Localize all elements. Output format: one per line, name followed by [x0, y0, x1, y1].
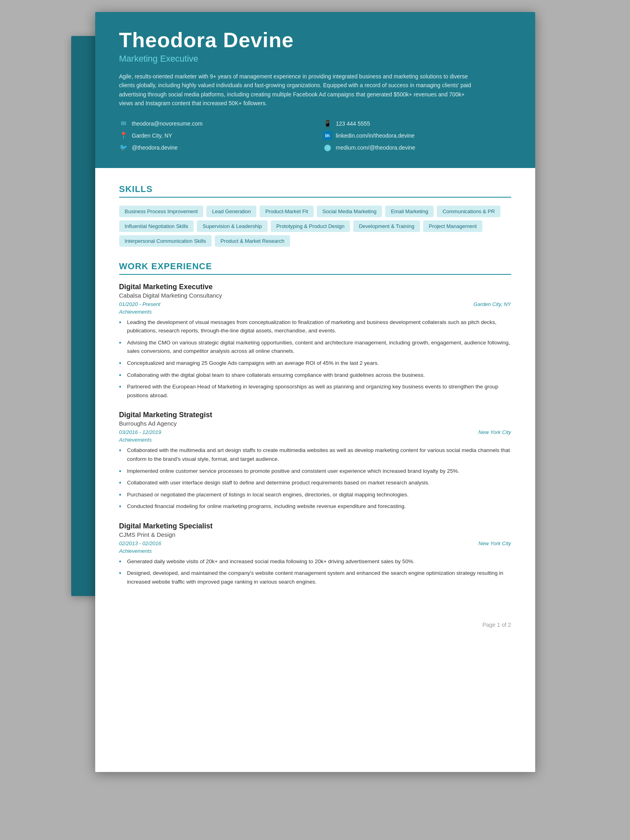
skill-lead-gen: Lead Generation: [206, 206, 256, 217]
phone-text: 123 444 5555: [336, 120, 370, 127]
candidate-title: Marketing Executive: [119, 54, 511, 64]
skill-prototyping: Prototyping & Product Design: [271, 220, 350, 232]
contact-location: 📍 Garden City, NY: [119, 131, 307, 140]
skill-business-process: Business Process Improvement: [119, 206, 204, 217]
job-2-bullet-1: Collaborated with the multimedia and art…: [119, 446, 511, 463]
job-1-title: Digital Marketing Executive: [119, 283, 511, 291]
resume-header: Theodora Devine Marketing Executive Agil…: [95, 12, 535, 168]
job-2-bullet-5: Conducted financial modeling for online …: [119, 502, 511, 511]
job-2-bullets: Collaborated with the multimedia and art…: [119, 446, 511, 511]
skill-product-market-fit: Product-Market Fit: [260, 206, 314, 217]
job-2-title: Digital Marketing Strategist: [119, 411, 511, 419]
job-entry-3: Digital Marketing Specialist CJMS Print …: [119, 522, 511, 586]
job-entry-2: Digital Marketing Strategist Burroughs A…: [119, 411, 511, 511]
skill-email-marketing: Email Marketing: [385, 206, 434, 217]
job-1-achievements-label: Achievements: [119, 309, 511, 315]
job-2-company: Burroughs Ad Agency: [119, 420, 511, 427]
work-title: WORK EXPERIENCE: [119, 261, 511, 275]
contact-email: ✉ theodora@novoresume.com: [119, 119, 307, 128]
job-3-bullets: Generated daily website visits of 20k+ a…: [119, 557, 511, 586]
email-text: theodora@novoresume.com: [132, 120, 203, 127]
job-1-bullet-1: Leading the development of visual messag…: [119, 318, 511, 335]
location-text: Garden City, NY: [132, 132, 172, 139]
job-3-title: Digital Marketing Specialist: [119, 522, 511, 530]
page-1-number: Page 1 of 2: [95, 614, 535, 640]
skills-section: SKILLS Business Process Improvement Lead…: [119, 184, 511, 247]
job-1-bullet-4: Collaborating with the digital global te…: [119, 371, 511, 380]
twitter-text: @theodora.devine: [132, 144, 178, 151]
candidate-name: Theodora Devine: [119, 28, 511, 52]
skill-supervision: Supervision & Leadership: [197, 220, 267, 232]
medium-text: medium.com/@theodora.devine: [336, 144, 416, 151]
job-3-dates: 02/2013 - 02/2016: [119, 540, 162, 546]
page-number-text: Page 1 of 2: [482, 622, 511, 628]
skills-grid: Business Process Improvement Lead Genera…: [119, 206, 511, 247]
job-3-bullet-2: Designed, developed, and maintained the …: [119, 569, 511, 586]
job-entry-1: Digital Marketing Executive Cabalsa Digi…: [119, 283, 511, 400]
job-2-bullet-3: Collaborated with user interface design …: [119, 478, 511, 487]
skill-market-research: Product & Market Research: [215, 235, 290, 247]
job-2-bullet-4: Purchased or negotiated the placement of…: [119, 490, 511, 499]
contact-medium: ⬤ medium.com/@theodora.devine: [323, 143, 511, 152]
job-3-location: New York City: [478, 540, 511, 546]
job-2-meta: 03/2016 - 12/2019 New York City: [119, 429, 511, 435]
skill-comms-pr: Communications & PR: [437, 206, 500, 217]
main-content: SKILLS Business Process Improvement Lead…: [95, 168, 535, 614]
work-experience-section: WORK EXPERIENCE Digital Marketing Execut…: [119, 261, 511, 586]
job-1-bullets: Leading the development of visual messag…: [119, 318, 511, 400]
job-1-meta: 01/2020 - Present Garden City, NY: [119, 301, 511, 307]
job-3-bullet-1: Generated daily website visits of 20k+ a…: [119, 557, 511, 566]
job-1-bullet-5: Partnered with the European Head of Mark…: [119, 382, 511, 400]
candidate-summary: Agile, results-oriented marketer with 9+…: [119, 72, 479, 108]
contact-linkedin: in linkedin.com/in/theodora.devine: [323, 131, 511, 140]
job-2-bullet-2: Implemented online customer service proc…: [119, 467, 511, 476]
job-1-bullet-2: Advising the CMO on various strategic di…: [119, 338, 511, 356]
email-icon: ✉: [119, 119, 128, 128]
skill-negotiation: Influential Negotiation Skills: [119, 220, 194, 232]
skill-interpersonal: Interpersonal Communication Skills: [119, 235, 212, 247]
job-3-company: CJMS Print & Design: [119, 531, 511, 538]
job-1-bullet-3: Conceptualized and managing 25 Google Ad…: [119, 359, 511, 368]
job-3-achievements-label: Achievements: [119, 548, 511, 554]
page-1: Theodora Devine Marketing Executive Agil…: [95, 12, 535, 772]
job-2-location: New York City: [478, 429, 511, 435]
job-1-company: Cabalsa Digital Marketing Consultancy: [119, 292, 511, 299]
skill-development: Development & Training: [353, 220, 420, 232]
location-icon: 📍: [119, 131, 128, 140]
contact-grid: ✉ theodora@novoresume.com 📱 123 444 5555…: [119, 119, 511, 152]
page-stack: CER... Goog... Goog... Camp... Search...…: [95, 12, 535, 772]
twitter-icon: 🐦: [119, 143, 128, 152]
job-3-meta: 02/2013 - 02/2016 New York City: [119, 540, 511, 546]
linkedin-text: linkedin.com/in/theodora.devine: [336, 132, 415, 139]
job-2-achievements-label: Achievements: [119, 437, 511, 443]
contact-phone: 📱 123 444 5555: [323, 119, 511, 128]
phone-icon: 📱: [323, 119, 332, 128]
medium-icon: ⬤: [323, 143, 332, 152]
job-1-location: Garden City, NY: [474, 301, 511, 307]
job-1-dates: 01/2020 - Present: [119, 301, 160, 307]
linkedin-icon: in: [323, 131, 332, 140]
skill-project-mgmt: Project Management: [423, 220, 482, 232]
job-2-dates: 03/2016 - 12/2019: [119, 429, 162, 435]
skills-title: SKILLS: [119, 184, 511, 198]
skill-social-media: Social Media Marketing: [317, 206, 382, 217]
contact-twitter: 🐦 @theodora.devine: [119, 143, 307, 152]
